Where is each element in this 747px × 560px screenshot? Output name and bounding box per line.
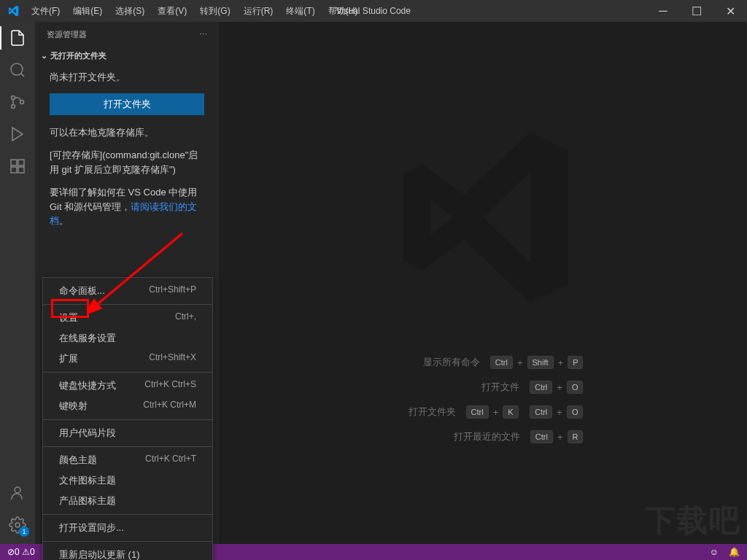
update-badge: 1 [19, 526, 29, 537]
activity-bar: 1 [0, 22, 35, 544]
shortcut-label: 打开最近的文件 [447, 430, 520, 443]
menu-extensions[interactable]: 扩展Ctrl+Shift+X [43, 349, 212, 369]
explorer-icon[interactable] [7, 28, 28, 48]
shortcut-hints: 显示所有命令 Ctrl+Shift+P 打开文件 Ctrl+O 打开文件夹 Ct… [383, 356, 584, 443]
menu-product-icon-theme[interactable]: 产品图标主题 [43, 491, 212, 511]
learn-more: 要详细了解如何在 VS Code 中使用 Git 和源代码管理，请阅读我们的文档… [50, 185, 204, 228]
menu-restart-update[interactable]: 重新启动以更新 (1) [43, 545, 212, 560]
titlebar: 文件(F) 编辑(E) 选择(S) 查看(V) 转到(G) 运行(R) 终端(T… [0, 0, 747, 22]
menu-file[interactable]: 文件(F) [26, 2, 66, 20]
svg-rect-5 [18, 160, 24, 166]
no-folder-msg: 尚未打开文件夹。 [50, 70, 204, 85]
sidebar-header: 资源管理器 ⋯ [35, 22, 219, 47]
manage-context-menu: 命令面板...Ctrl+Shift+P 设置Ctrl+, 在线服务设置 扩展Ct… [42, 277, 213, 560]
menu-terminal[interactable]: 终端(T) [280, 2, 320, 20]
svg-point-9 [15, 523, 20, 527]
svg-rect-6 [11, 167, 17, 173]
svg-rect-4 [11, 160, 17, 166]
svg-point-2 [12, 105, 15, 109]
menu-keymaps[interactable]: 键映射Ctrl+K Ctrl+M [43, 396, 212, 416]
clone-repo-text: [可控存储库](command:git.clone"启用 git 扩展后立即克隆… [50, 148, 204, 176]
svg-rect-7 [18, 167, 24, 173]
vscode-logo [0, 5, 26, 17]
menu-keyboard-shortcuts[interactable]: 键盘快捷方式Ctrl+K Ctrl+S [43, 376, 212, 396]
sidebar-content: 尚未打开文件夹。 打开文件夹 可以在本地克隆存储库。 [可控存储库](comma… [35, 64, 219, 243]
menu-run[interactable]: 运行(R) [238, 2, 279, 20]
svg-point-8 [15, 487, 20, 493]
status-problems[interactable]: ⊘0 ⚠0 [7, 547, 35, 557]
menu-settings[interactable]: 设置Ctrl+, [43, 308, 212, 328]
svg-point-1 [12, 96, 15, 100]
accounts-icon[interactable] [7, 483, 28, 503]
run-debug-icon[interactable] [7, 124, 28, 144]
menu-bar: 文件(F) 编辑(E) 选择(S) 查看(V) 转到(G) 运行(R) 终端(T… [26, 2, 363, 20]
chevron-down-icon: ⌄ [41, 51, 47, 61]
shortcut-label: 打开文件夹 [383, 405, 456, 419]
close-button[interactable]: ✕ [713, 0, 747, 22]
extensions-icon[interactable] [7, 156, 28, 176]
maximize-button[interactable]: ☐ [680, 0, 713, 22]
search-icon[interactable] [7, 60, 28, 80]
manage-gear-icon[interactable]: 1 [7, 515, 28, 535]
editor-area: 显示所有命令 Ctrl+Shift+P 打开文件 Ctrl+O 打开文件夹 Ct… [219, 22, 747, 544]
menu-color-theme[interactable]: 颜色主题Ctrl+K Ctrl+T [43, 450, 212, 470]
shortcut-label: 显示所有命令 [407, 356, 480, 369]
open-folder-button[interactable]: 打开文件夹 [50, 93, 204, 115]
vscode-watermark-icon [388, 122, 578, 312]
bell-icon[interactable]: 🔔 [729, 547, 740, 557]
menu-go[interactable]: 转到(G) [194, 2, 236, 20]
clone-msg: 可以在本地克隆存储库。 [50, 125, 204, 140]
window-title: Visual Studio Code [336, 6, 411, 16]
feedback-icon[interactable]: ☺ [710, 547, 719, 557]
menu-edit[interactable]: 编辑(E) [67, 2, 108, 20]
more-icon[interactable]: ⋯ [199, 30, 207, 39]
shortcut-label: 打开文件 [446, 381, 519, 394]
minimize-button[interactable]: ─ [646, 0, 680, 22]
menu-settings-sync[interactable]: 打开设置同步... [43, 518, 212, 538]
sidebar-title: 资源管理器 [47, 29, 87, 40]
window-controls: ─ ☐ ✕ [646, 0, 747, 22]
menu-view[interactable]: 查看(V) [152, 2, 193, 20]
svg-point-0 [11, 63, 23, 75]
menu-selection[interactable]: 选择(S) [109, 2, 150, 20]
menu-file-icon-theme[interactable]: 文件图标主题 [43, 470, 212, 491]
menu-user-snippets[interactable]: 用户代码片段 [43, 423, 212, 443]
sidebar-section[interactable]: ⌄ 无打开的文件夹 [35, 47, 219, 64]
section-label: 无打开的文件夹 [50, 50, 107, 61]
source-control-icon[interactable] [7, 92, 28, 112]
menu-command-palette[interactable]: 命令面板...Ctrl+Shift+P [43, 281, 212, 301]
menu-online-services[interactable]: 在线服务设置 [43, 328, 212, 349]
svg-point-3 [20, 101, 24, 104]
